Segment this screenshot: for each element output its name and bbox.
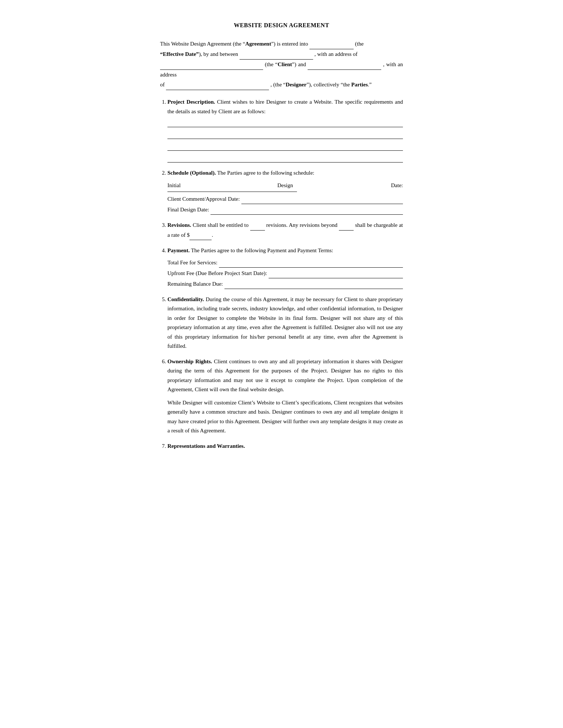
schedule-col-initial: Initial [167, 181, 246, 190]
section-2-label: Schedule (Optional). [167, 170, 216, 176]
section-6-label: Ownership Rights. [167, 358, 212, 364]
intro-paragraph: This Website Design Agreement (the “Agre… [160, 39, 403, 90]
intro-line2-start: ), by and between [199, 51, 239, 57]
final-design-label: Final Design Date: [167, 205, 209, 215]
section-7: Representations and Warranties. [167, 442, 403, 451]
client-comment-row: Client Comment/Approval Date: [167, 194, 403, 204]
remaining-balance-row: Remaining Balance Due: [167, 279, 403, 289]
section-1-label: Project Description. [167, 99, 215, 105]
final-design-row: Final Design Date: [167, 205, 403, 215]
section-5-label: Confidentiality. [167, 296, 204, 302]
intro-of: of [160, 82, 166, 88]
total-fee-label: Total Fee for Services: [167, 258, 217, 268]
client-comment-value[interactable] [241, 197, 403, 204]
remaining-balance-label: Remaining Balance Due: [167, 279, 223, 289]
upfront-fee-value[interactable] [269, 271, 403, 278]
section-3-text: Client shall be entitled to revisions. A… [167, 222, 403, 238]
blank-line-2[interactable] [167, 131, 403, 139]
blank-line-3[interactable] [167, 143, 403, 151]
schedule-table: Initial Design Date: Client Comment/Appr… [167, 181, 403, 215]
total-fee-row: Total Fee for Services: [167, 258, 403, 268]
section-6-text2: While Designer will customize Client’s W… [167, 398, 403, 436]
payment-fields: Total Fee for Services: Upfront Fee (Due… [167, 258, 403, 289]
blank-line-4[interactable] [167, 154, 403, 163]
document: WEBSITE DESIGN AGREEMENT This Website De… [138, 22, 425, 457]
final-design-value[interactable] [210, 207, 403, 215]
project-description-blank-lines[interactable] [167, 119, 403, 163]
schedule-col-design: Design [246, 181, 324, 190]
intro-designer-label: , (the “Designer”), collectively “the Pa… [270, 82, 372, 88]
document-title: WEBSITE DESIGN AGREEMENT [160, 22, 403, 29]
schedule-divider [167, 192, 297, 192]
section-4: Payment. The Parties agree to the follow… [167, 246, 403, 289]
upfront-fee-row: Upfront Fee (Due Before Project Start Da… [167, 268, 403, 278]
sections-list: Project Description. Client wishes to hi… [160, 97, 403, 451]
intro-line1-start: This Website Design Agreement (the “Agre… [160, 41, 308, 47]
intro-line2-bold: “Effective Date” [160, 51, 199, 57]
designer-name-field[interactable] [308, 60, 381, 70]
section-7-label: Representations and Warranties. [167, 443, 245, 449]
client-comment-label: Client Comment/Approval Date: [167, 194, 240, 204]
section-5-text: During the course of this Agreement, it … [167, 296, 403, 349]
section-6: Ownership Rights. Client continues to ow… [167, 357, 403, 436]
agreement-bold: Agreement [245, 41, 271, 47]
section-3: Revisions. Client shall be entitled to r… [167, 221, 403, 240]
section-5: Confidentiality. During the course of th… [167, 295, 403, 351]
intro-client-label: (the “Client”) and [265, 61, 308, 67]
schedule-col-date: Date: [325, 181, 403, 190]
intro-with-address: , with an address of [315, 51, 358, 57]
designer-address-field[interactable] [166, 80, 269, 90]
section-1: Project Description. Client wishes to hi… [167, 97, 403, 163]
section-4-label: Payment. [167, 247, 190, 253]
blank-line-1[interactable] [167, 119, 403, 127]
upfront-fee-label: Upfront Fee (Due Before Project Start Da… [167, 268, 267, 278]
client-address-field[interactable] [160, 60, 263, 70]
section-3-label: Revisions. [167, 222, 191, 228]
client-name-field[interactable] [240, 49, 313, 60]
total-fee-value[interactable] [219, 260, 403, 268]
section-4-text: The Parties agree to the following Payme… [191, 247, 333, 253]
remaining-balance-value[interactable] [224, 282, 403, 289]
effective-date-field[interactable] [309, 39, 354, 49]
section-2: Schedule (Optional). The Parties agree t… [167, 168, 403, 215]
schedule-header-row: Initial Design Date: [167, 181, 403, 190]
intro-line1-end: (the [355, 41, 364, 47]
section-2-text: The Parties agree to the following sched… [217, 170, 314, 176]
